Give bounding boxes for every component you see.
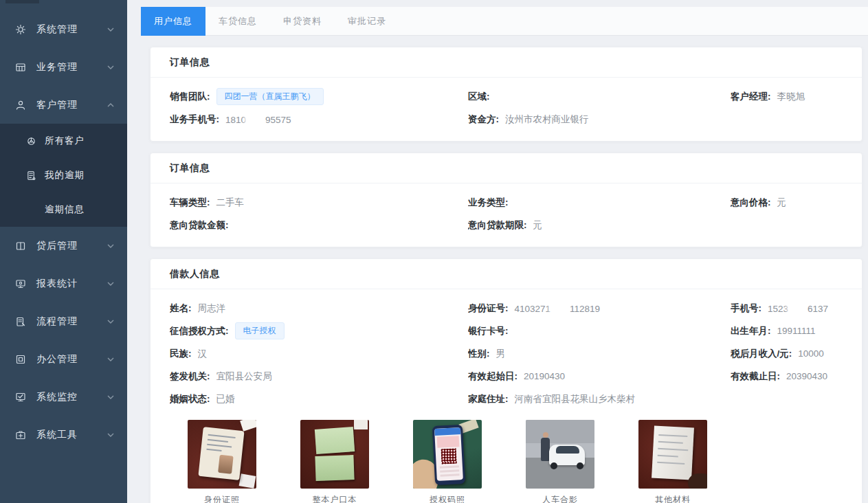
photo-caption: 授权码照	[413, 494, 482, 503]
detail-tabbar: 用户信息 车贷信息 申贷资料 审批记录	[141, 7, 868, 36]
field-bank-card: 银行卡号:	[468, 325, 731, 337]
field-mobile: 手机号: 15236137	[731, 302, 843, 315]
chevron-down-icon	[107, 317, 115, 326]
field-business-type: 业务类型:	[468, 197, 731, 209]
sidebar-item-label: 业务管理	[36, 61, 78, 74]
sidebar-item-office-mgmt[interactable]: 办公管理	[0, 340, 127, 378]
censor-patch	[551, 303, 569, 312]
field-funder: 资金方: 汝州市农村商业银行	[468, 113, 731, 126]
borrower-photos: 身份证照 整本户口本	[188, 420, 843, 503]
field-valid-to: 有效截止日: 20390430	[731, 370, 843, 383]
field-label: 意向贷款期限:	[468, 219, 527, 232]
field-label: 业务手机号:	[170, 113, 219, 126]
photo-caption: 人车合影	[526, 494, 594, 503]
tab-car-loan-info[interactable]: 车贷信息	[205, 7, 270, 36]
field-value: 4103271112819	[515, 303, 601, 314]
sidebar-item-system-mgmt[interactable]: 系统管理	[0, 10, 127, 48]
chevron-down-icon	[107, 25, 115, 34]
sidebar-item-all-customers[interactable]: 所有客户	[0, 124, 127, 158]
toolbox-icon	[15, 429, 26, 440]
sidebar-item-business-mgmt[interactable]: 业务管理	[0, 48, 127, 86]
sidebar-item-label: 所有客户	[45, 135, 85, 147]
field-value: 181095575	[225, 114, 291, 125]
field-sales-team: 销售团队: 四团一营（直属王鹏飞）	[170, 88, 468, 105]
sidebar-item-postloan-mgmt[interactable]: 贷后管理	[0, 227, 127, 265]
field-label: 意向贷款金额:	[170, 219, 229, 232]
vehicle-info-card: 订单信息 车辆类型: 二手车 业务类型: 意向价格: 元 意向贷款金额:	[150, 153, 863, 247]
sidebar-item-my-overdue[interactable]: 我的逾期	[0, 158, 127, 192]
field-monthly-income: 税后月收入/元: 10000	[731, 348, 843, 360]
sidebar-item-label: 我的逾期	[45, 169, 85, 181]
chevron-down-icon	[107, 431, 115, 439]
censor-patch	[789, 303, 807, 312]
wheel-icon	[26, 136, 36, 146]
document-icon	[26, 170, 36, 181]
sidebar-item-system-tools[interactable]: 系统工具	[0, 416, 127, 454]
household-register-photo[interactable]	[300, 420, 369, 489]
photo-caption: 其他材料	[638, 494, 707, 503]
field-issuing-authority: 签发机关: 宜阳县公安局	[170, 370, 468, 383]
credit-auth-tag[interactable]: 电子授权	[235, 322, 285, 339]
card-title: 借款人信息	[151, 259, 862, 289]
tab-approval-records[interactable]: 审批记录	[335, 7, 399, 36]
chevron-down-icon	[107, 393, 115, 401]
clipboard-icon	[15, 316, 26, 327]
field-valid-from: 有效起始日: 20190430	[468, 370, 731, 383]
sidebar-item-overdue-info[interactable]: 逾期信息	[0, 192, 127, 227]
person-with-car-photo[interactable]	[526, 420, 594, 489]
photo-caption: 身份证照	[188, 494, 256, 503]
sidebar-item-label: 系统监控	[36, 391, 78, 403]
logo-stub	[5, 0, 39, 3]
sales-team-tag[interactable]: 四团一营（直属王鹏飞）	[216, 88, 324, 105]
field-label: 意向价格:	[731, 197, 771, 209]
field-value: 元	[533, 219, 543, 232]
chevron-down-icon	[107, 242, 115, 250]
monitor-check-icon	[15, 392, 26, 403]
field-label: 车辆类型:	[170, 197, 210, 209]
field-intent-loan-term: 意向贷款期限: 元	[468, 219, 731, 232]
borrower-info-card: 借款人信息 姓名: 周志洋 身份证号: 4103271112819 手机号: 1…	[150, 258, 863, 503]
sidebar-item-report-stats[interactable]: 报表统计	[0, 265, 127, 302]
sidebar-item-system-monitor[interactable]: 系统监控	[0, 378, 127, 416]
field-gender: 性别: 男	[468, 348, 731, 360]
gear-icon	[15, 24, 26, 35]
sidebar-item-label: 系统管理	[36, 23, 78, 36]
user-icon	[15, 100, 26, 111]
field-marital-status: 婚姻状态: 已婚	[170, 393, 468, 405]
field-credit-auth: 征信授权方式: 电子授权	[170, 322, 468, 339]
id-card-photo[interactable]	[188, 420, 256, 489]
field-intent-loan-amount: 意向贷款金额:	[170, 219, 468, 232]
field-ethnicity: 民族: 汉	[170, 348, 468, 360]
tab-user-info[interactable]: 用户信息	[141, 7, 205, 36]
chevron-up-icon	[107, 101, 115, 109]
sidebar-item-label: 系统工具	[36, 429, 78, 441]
field-intent-price: 意向价格: 元	[731, 197, 843, 209]
sidebar: 系统管理 业务管理 客户管理 所有客户	[0, 0, 127, 503]
square-in-square-icon	[15, 354, 26, 365]
field-value: 元	[777, 197, 787, 209]
tab-loan-application-docs[interactable]: 申贷资料	[270, 7, 335, 36]
monitor-icon	[15, 278, 26, 289]
card-title: 订单信息	[151, 153, 862, 183]
sidebar-item-process-mgmt[interactable]: 流程管理	[0, 302, 127, 340]
field-id-number: 身份证号: 4103271112819	[468, 302, 731, 315]
sidebar-item-label: 贷后管理	[36, 240, 78, 252]
field-birth: 出生年月: 19911111	[731, 325, 843, 337]
field-label: 业务类型:	[468, 197, 509, 209]
grid-icon	[15, 62, 26, 73]
main-content: 用户信息 车贷信息 申贷资料 审批记录 订单信息 销售团队: 四团一营（直属王鹏…	[127, 0, 868, 503]
auth-qr-code-photo[interactable]	[413, 420, 482, 489]
card-title: 订单信息	[151, 47, 862, 78]
field-value: 汝州市农村商业银行	[505, 113, 589, 126]
field-account-manager: 客户经理: 李晓旭	[731, 91, 843, 103]
field-value: 15236137	[768, 303, 828, 314]
book-icon	[15, 241, 26, 252]
field-region: 区域:	[468, 91, 731, 103]
field-name: 姓名: 周志洋	[170, 302, 468, 315]
sidebar-item-customer-mgmt[interactable]: 客户管理	[0, 86, 127, 124]
field-label: 客户经理:	[731, 91, 771, 103]
sidebar-item-label: 流程管理	[36, 315, 78, 328]
order-info-card: 订单信息 销售团队: 四团一营（直属王鹏飞） 区域: 客户经理: 李晓旭 业务手	[150, 47, 863, 142]
sidebar-item-label: 逾期信息	[45, 203, 85, 216]
document-paper-photo[interactable]	[638, 420, 707, 489]
